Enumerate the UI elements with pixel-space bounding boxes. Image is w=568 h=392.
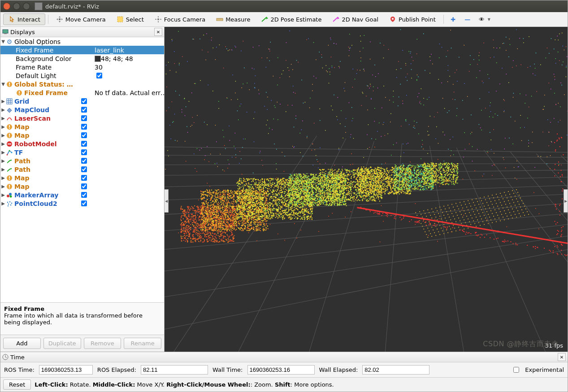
- item-checkbox[interactable]: [81, 200, 87, 206]
- wall-elapsed-field[interactable]: [362, 365, 429, 375]
- pose-estimate-tool-button[interactable]: 2D Pose Estimate: [256, 13, 326, 25]
- move-camera-tool-button[interactable]: Move Camera: [51, 13, 111, 25]
- default-light-checkbox[interactable]: [96, 73, 102, 78]
- ros-time-field[interactable]: [39, 365, 93, 375]
- focus-camera-tool-button[interactable]: Focus Camera: [150, 13, 210, 25]
- svg-rect-7671: [378, 185, 379, 186]
- svg-rect-3427: [245, 205, 246, 205]
- window-close-button[interactable]: [3, 3, 10, 10]
- reset-button[interactable]: Reset: [3, 379, 31, 390]
- tree-row[interactable]: ▶MapCloud: [0, 105, 164, 114]
- window-maximize-button[interactable]: [23, 3, 30, 10]
- publish-point-tool-button[interactable]: Publish Point: [384, 13, 441, 25]
- tree-row[interactable]: ▶MarkerArray: [0, 191, 164, 199]
- item-checkbox[interactable]: [81, 158, 87, 164]
- svg-rect-1148: [184, 222, 185, 222]
- tree-row-fixed-frame[interactable]: Fixed Frame laser_link: [0, 46, 164, 54]
- expand-icon[interactable]: ▶: [0, 158, 6, 163]
- tree-row[interactable]: ▶Map: [0, 131, 164, 139]
- tree-row[interactable]: ▶Map: [0, 182, 164, 191]
- svg-rect-8929: [439, 218, 440, 219]
- svg-rect-6526: [328, 200, 329, 200]
- svg-rect-6332: [336, 187, 337, 188]
- tree-row-background-color[interactable]: Background Color 48; 48; 48: [0, 54, 164, 63]
- wall-time-field[interactable]: [247, 365, 315, 375]
- item-checkbox[interactable]: [81, 149, 87, 155]
- item-checkbox[interactable]: [81, 124, 87, 130]
- displays-close-button[interactable]: ✕: [154, 28, 162, 36]
- svg-rect-7221: [367, 174, 368, 174]
- collapse-icon[interactable]: ▼: [0, 39, 6, 44]
- item-checkbox[interactable]: [81, 175, 87, 181]
- window-minimize-button[interactable]: [13, 3, 20, 10]
- ros-elapsed-field[interactable]: [141, 365, 208, 375]
- expand-icon[interactable]: ▶: [0, 124, 6, 129]
- expand-icon[interactable]: ▶: [0, 116, 6, 121]
- expand-icon[interactable]: ▶: [0, 133, 6, 138]
- tree-row[interactable]: ▶Map: [0, 122, 164, 131]
- svg-rect-8039: [418, 170, 419, 171]
- item-checkbox[interactable]: [81, 107, 87, 113]
- svg-rect-6536: [332, 174, 333, 175]
- tree-row[interactable]: ▶PointCloud2: [0, 199, 164, 208]
- expand-icon[interactable]: ▶: [0, 107, 6, 112]
- fixed-frame-value[interactable]: laser_link: [95, 47, 124, 54]
- svg-rect-6732: [353, 174, 354, 175]
- expand-icon[interactable]: ▶: [0, 201, 6, 206]
- svg-rect-8038: [399, 170, 400, 170]
- svg-rect-8733: [431, 162, 432, 163]
- collapse-icon[interactable]: ▼: [0, 82, 6, 87]
- expand-icon[interactable]: ▶: [0, 99, 6, 104]
- tree-row[interactable]: ▶RobotModel: [0, 139, 164, 148]
- time-close-button[interactable]: ✕: [558, 353, 566, 361]
- tree-row[interactable]: ▶Grid: [0, 97, 164, 105]
- item-checkbox[interactable]: [81, 115, 87, 121]
- item-checkbox[interactable]: [81, 141, 87, 147]
- tree-row[interactable]: ▶Path: [0, 165, 164, 174]
- svg-rect-8871: [374, 147, 375, 148]
- tree-row-frame-rate[interactable]: Frame Rate 30: [0, 63, 164, 71]
- measure-tool-button[interactable]: Measure: [211, 13, 255, 25]
- svg-rect-4559: [261, 200, 262, 200]
- item-checkbox[interactable]: [81, 183, 87, 189]
- tree-row[interactable]: ▶Map: [0, 174, 164, 182]
- svg-rect-8016: [396, 177, 397, 178]
- svg-rect-614: [529, 107, 529, 107]
- expand-icon[interactable]: ▶: [0, 141, 6, 146]
- tree-row[interactable]: ▶Path: [0, 157, 164, 165]
- item-checkbox[interactable]: [81, 98, 87, 104]
- expand-icon[interactable]: ▶: [0, 192, 6, 197]
- item-checkbox[interactable]: [81, 192, 87, 198]
- svg-rect-5964: [294, 201, 295, 202]
- svg-rect-1016: [194, 222, 195, 222]
- expand-icon[interactable]: ▶: [0, 175, 6, 180]
- remove-tool-button[interactable]: —: [461, 13, 474, 25]
- experimental-checkbox[interactable]: [513, 367, 519, 373]
- expand-icon[interactable]: ▶: [0, 184, 6, 189]
- right-dock-handle[interactable]: ▶: [564, 189, 568, 213]
- displays-panel-header[interactable]: Displays ✕: [0, 27, 164, 37]
- expand-icon[interactable]: ▶: [0, 167, 6, 172]
- color-swatch[interactable]: [95, 56, 101, 62]
- nav-goal-tool-button[interactable]: 2D Nav Goal: [327, 13, 383, 25]
- interact-tool-button[interactable]: Interact: [3, 13, 45, 25]
- item-checkbox[interactable]: [81, 166, 87, 172]
- svg-rect-8923: [277, 234, 278, 235]
- item-checkbox[interactable]: [81, 132, 87, 138]
- tree-row-status-fixed-frame[interactable]: Fixed Frame No tf data. Actual err…: [0, 88, 164, 97]
- view-menu-button[interactable]: 👁▼: [475, 13, 494, 25]
- time-panel-header[interactable]: Time ✕: [0, 352, 568, 362]
- left-dock-handle[interactable]: ◀: [165, 189, 169, 213]
- displays-tree[interactable]: ▼ ⚙ Global Options Fixed Frame laser_lin…: [0, 37, 164, 302]
- add-button[interactable]: Add: [3, 338, 41, 349]
- expand-icon[interactable]: ▶: [0, 150, 6, 155]
- frame-rate-value[interactable]: 30: [95, 64, 103, 71]
- 3d-view[interactable]: ◀ ▶: [165, 27, 568, 352]
- tree-row[interactable]: ▶TF: [0, 148, 164, 157]
- tree-row-global-options[interactable]: ▼ ⚙ Global Options: [0, 37, 164, 46]
- add-tool-button[interactable]: ✚: [447, 13, 460, 25]
- tree-row[interactable]: ▶LaserScan: [0, 114, 164, 122]
- select-tool-button[interactable]: Select: [112, 13, 149, 25]
- tree-row-global-status[interactable]: ▼ Global Status: …: [0, 80, 164, 88]
- tree-row-default-light[interactable]: Default Light: [0, 71, 164, 80]
